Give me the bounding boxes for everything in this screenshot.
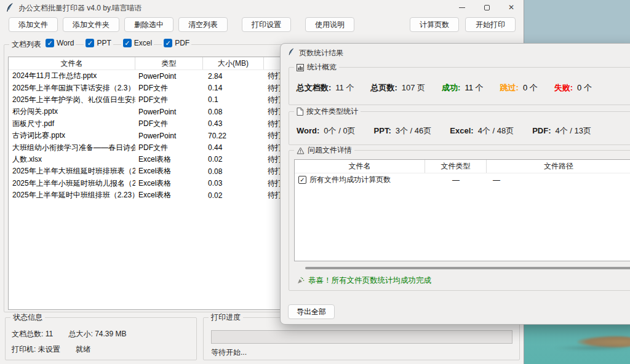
progress-status-text: 等待开始... [211,347,247,358]
problem-column-filename[interactable]: 文件名 [295,160,425,173]
delete-selected-button[interactable]: 删除选中 [124,17,173,32]
dialog-title: 页数统计结果 [299,48,343,58]
filter-word[interactable]: ✓ Word [44,39,76,47]
dialog-feather-icon [288,47,295,56]
bar-chart-icon [297,64,304,71]
close-button[interactable]: ✕ [499,0,524,15]
problem-table-row[interactable]: ✓ 所有文件均成功计算页数 — — [295,173,630,186]
celebration-icon [297,277,305,285]
pdf-checkbox-icon[interactable]: ✓ [164,39,172,47]
overview-label: 统计概览 [294,62,339,73]
status-info-group: 状态信息 文档总数: 11 总大小: 74.39 MB 打印机: 未设置 就绪 [5,317,197,360]
column-header-type[interactable]: 类型 [135,57,203,69]
problem-table: 文件名 文件类型 文件路径 ✓ 所有文件均成功计算页数 — — [294,159,630,261]
by-type-group: 按文件类型统计 Word:0个 / 0页 PPT:3个 / 46页 Excel:… [289,111,630,145]
dialog-titlebar: 页数统计结果 [281,44,630,60]
stat-ppt: PPT:3个 / 46页 [374,125,432,136]
minimize-button[interactable] [450,0,474,15]
app-feather-icon [6,2,14,12]
problem-column-filepath[interactable]: 文件路径 [487,160,630,173]
page-count-dialog: 页数统计结果 统计概览 总文档数:11 个 总页数:107 页 成功:11 个 … [280,43,630,325]
status-line-counts: 文档总数: 11 总大小: 74.39 MB [12,329,127,339]
stat-success: 成功:11 个 [442,82,483,93]
minimize-icon [459,7,465,8]
problem-table-header: 文件名 文件类型 文件路径 [295,160,630,173]
problem-files-group: 问题文件详情 文件名 文件类型 文件路径 ✓ 所有文件均成功计算页数 — — [289,150,630,291]
add-file-button[interactable]: 添加文件 [9,17,58,32]
by-type-stats: Word:0个 / 0页 PPT:3个 / 46页 Excel:4个 / 48页… [297,125,591,136]
document-icon [297,108,303,116]
window-title: 办公文档批量打印器 v4.0 by.喵言喵语 [18,3,142,14]
wallpaper-sandbar-reflection [554,346,630,350]
doc-total: 文档总数: 11 [12,330,53,338]
count-pages-button[interactable]: 计算页数 [410,17,459,32]
by-type-label: 按文件类型统计 [294,106,361,117]
column-header-size[interactable]: 大小(MB) [203,57,264,69]
excel-checkbox-icon[interactable]: ✓ [123,39,132,47]
filter-ppt[interactable]: ✓ PPT [84,39,113,47]
total-size: 总大小: 74.39 MB [68,330,126,338]
add-folder-button[interactable]: 添加文件夹 [63,17,119,32]
filter-excel[interactable]: ✓ Excel [121,39,154,47]
close-icon: ✕ [508,4,514,11]
problem-column-filetype[interactable]: 文件类型 [425,160,487,173]
print-settings-button[interactable]: 打印设置 [242,17,291,32]
status-info-label: 状态信息 [10,312,45,323]
overview-stats: 总文档数:11 个 总页数:107 页 成功:11 个 跳过:0 个 失败:0 … [297,82,592,93]
scrollbar-thumb[interactable] [305,267,630,269]
desktop: { "window": { "title": "办公文档批量打印器 v4.0 b… [0,0,630,364]
start-print-button[interactable]: 开始打印 [465,17,516,32]
titlebar: 办公文档批量打印器 v4.0 by.喵言喵语 ✕ [0,0,524,15]
success-message: 恭喜！所有文件页数统计均成功完成 [297,275,431,286]
status-line-printer: 打印机: 未设置 就绪 [12,344,90,355]
document-list-label: 文档列表 [9,39,44,50]
stat-excel: Excel:4个 / 48页 [450,125,514,136]
stat-word: Word:0个 / 0页 [297,125,356,136]
clear-list-button[interactable]: 清空列表 [178,17,228,32]
word-checkbox-icon[interactable]: ✓ [46,39,54,47]
stat-failed: 失败:0 个 [554,82,592,93]
problem-files-label: 问题文件详情 [294,145,354,156]
horizontal-scrollbar[interactable] [294,266,630,270]
type-filters: ✓ Word ✓ PPT ✓ Excel ✓ PDF [44,39,191,47]
stat-pdf: PDF:4个 / 13页 [532,125,591,136]
maximize-button[interactable] [474,0,499,15]
printer-status: 打印机: 未设置 [12,345,60,354]
maximize-icon [484,5,490,10]
filter-pdf[interactable]: ✓ PDF [162,39,191,47]
ppt-checkbox-icon[interactable]: ✓ [86,39,94,47]
row-checkbox[interactable]: ✓ [298,176,306,184]
overview-group: 统计概览 总文档数:11 个 总页数:107 页 成功:11 个 跳过:0 个 … [289,67,630,105]
warning-icon [297,147,305,154]
stat-skipped: 跳过:0 个 [500,82,538,93]
help-button[interactable]: 使用说明 [305,17,354,32]
toolbar: 添加文件 添加文件夹 删除选中 清空列表 打印设置 使用说明 计算页数 开始打印 [0,17,524,33]
column-header-filename[interactable]: 文件名 [9,57,135,69]
stat-total-docs: 总文档数:11 个 [297,82,354,93]
stat-total-pages: 总页数:107 页 [370,82,425,93]
progress-bar [211,330,512,344]
ready-status: 就绪 [76,345,90,354]
print-progress-label: 打印进度 [209,312,243,323]
export-all-button[interactable]: 导出全部 [288,304,335,319]
